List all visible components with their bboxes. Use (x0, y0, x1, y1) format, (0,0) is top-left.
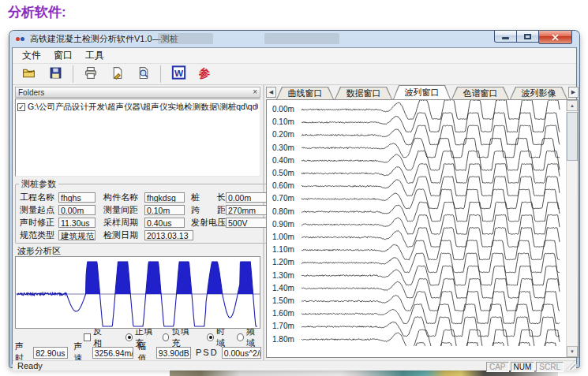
psd-label: PSD (196, 348, 219, 357)
scrollbar-thumb[interactable] (567, 112, 578, 161)
tab-item[interactable]: 波列窗口 (393, 85, 451, 99)
tab-item[interactable]: 色谱窗口 (451, 87, 509, 99)
freq-domain-radio[interactable] (237, 333, 244, 341)
time-domain-radio[interactable] (207, 333, 214, 341)
param-field[interactable]: 11.30us (58, 218, 96, 228)
psd-field[interactable]: 0.00us^2/m (222, 347, 261, 359)
wave-train-window: ▲ ▼ 0.00m0.10m0.20m0.30m0.40m0.50m0.60m0… (266, 99, 579, 358)
print-setup-icon (110, 66, 124, 83)
positive-fill-radio[interactable] (125, 333, 133, 341)
titlebar-reflection (264, 33, 339, 44)
export-word-button[interactable]: W (168, 64, 189, 84)
param-field[interactable]: 建筑规范 (58, 230, 96, 240)
tab-label: 色谱窗口 (452, 87, 508, 99)
param-label: 构件名称 (103, 192, 144, 203)
tab-label: 波列影像 (511, 87, 567, 99)
depth-label: 0.90m (272, 220, 294, 229)
print-preview-button[interactable] (133, 64, 153, 84)
scrollbar-up-icon[interactable]: ▲ (567, 100, 578, 111)
folder-checkbox[interactable]: ✓ (17, 103, 25, 111)
param-field[interactable]: 500V (226, 218, 269, 228)
open-file-icon (22, 66, 36, 83)
svg-text:参: 参 (198, 67, 211, 80)
negative-fill-radio[interactable] (163, 333, 170, 341)
tab-label: 曲线窗口 (277, 87, 333, 99)
parameters-icon: 参 (197, 65, 212, 83)
depth-label: 1.50m (272, 296, 294, 305)
tab-item[interactable]: 曲线窗口 (276, 87, 334, 99)
param-field[interactable]: fhghs (58, 192, 96, 203)
depth-label: 0.20m (272, 130, 294, 139)
invert-label: 反相 (93, 326, 108, 349)
menu-item[interactable]: 工具 (79, 47, 110, 64)
parameters-button[interactable]: 参 (194, 64, 215, 84)
amplitude-field[interactable]: 93.90dB (156, 347, 191, 359)
scrollbar-down-icon[interactable]: ▼ (567, 346, 578, 357)
depth-label: 1.40m (272, 284, 294, 292)
param-label: 工程名称 (17, 192, 58, 203)
toolbar-separator (73, 65, 73, 83)
status-key: NUM (511, 362, 535, 372)
depth-label: 1.10m (272, 245, 294, 254)
tab-item[interactable]: 波列影像 (510, 87, 567, 99)
screenshot-stage: 分析软件: 高铁建混凝土检测分析软件V1.0—测桩 文件窗口工具 W参 F (0, 0, 588, 376)
freq-domain-label: 频域 (246, 326, 261, 349)
param-label: 跨 距 (191, 204, 226, 216)
folders-panel-header: Folders × (15, 87, 260, 98)
param-field[interactable]: 0.00m (58, 205, 96, 215)
param-field[interactable]: 0.00m (226, 192, 269, 203)
time-domain-label: 时域 (216, 326, 231, 349)
param-field[interactable]: fhgkdsg (144, 192, 185, 203)
param-field[interactable]: 2013.03.13 (144, 230, 193, 240)
depth-label: 0.40m (272, 156, 294, 165)
resize-grip[interactable] (566, 360, 575, 370)
depth-label: 0.00m (272, 105, 294, 114)
minimize-button[interactable] (494, 31, 517, 43)
tab-label: 波列窗口 (394, 86, 450, 99)
maximize-button[interactable] (517, 31, 538, 43)
param-label: 规范类型 (17, 229, 58, 241)
left-panel: Folders × ✓ G:\公司产品设计开发\超声仪器\超声仪实地检测数据\测… (13, 85, 263, 360)
param-field[interactable]: 0.10m (144, 205, 185, 215)
menu-item[interactable]: 文件 (16, 47, 47, 64)
status-key: CAP (486, 362, 509, 372)
invert-checkbox[interactable] (84, 333, 91, 341)
tab-scroll-right-icon[interactable]: ▶ (568, 87, 579, 98)
waveform-plot (16, 257, 260, 328)
tab-item[interactable]: 数据窗口 (335, 87, 392, 99)
app-icon (16, 35, 26, 43)
param-label: 测量间距 (103, 204, 144, 216)
status-key: SCRL (536, 362, 564, 372)
menu-item[interactable]: 窗口 (47, 47, 79, 64)
save-icon (49, 66, 62, 83)
print-button[interactable] (81, 64, 101, 84)
param-label: 声时修正 (17, 217, 58, 229)
wave-train-plot (267, 100, 563, 346)
save-button[interactable] (45, 64, 66, 84)
toolbar: W参 (13, 64, 576, 85)
window-title: 高铁建混凝土检测分析软件V1.0—测桩 (30, 33, 178, 45)
param-label: 测量起点 (17, 204, 58, 216)
close-button[interactable] (538, 31, 572, 44)
folders-list: ✓ G:\公司产品设计开发\超声仪器\超声仪实地检测数据\测桩qd\qd03\q… (15, 99, 260, 177)
param-label: 桩 长 (191, 192, 226, 203)
export-word-icon: W (171, 65, 186, 83)
toolbar-separator (160, 65, 161, 83)
title-bar[interactable]: 高铁建混凝土检测分析软件V1.0—测桩 (12, 31, 577, 47)
open-file-button[interactable] (19, 64, 39, 84)
print-setup-button[interactable] (107, 64, 127, 84)
svg-text:W: W (174, 68, 183, 79)
status-bar: Ready CAPNUMSCRL (13, 360, 576, 370)
sound-speed-field[interactable]: 3256.94m/s (92, 347, 133, 359)
page-heading: 分析软件: (8, 3, 66, 21)
folders-close-icon[interactable]: × (253, 88, 257, 96)
param-label: 采样周期 (103, 217, 144, 229)
right-panel: ◀ ▶ 曲线窗口数据窗口波列窗口色谱窗口波列影像 ▲ ▼ 0.00m0.10m0… (264, 85, 580, 360)
tab-scroll-left-icon[interactable]: ◀ (266, 87, 276, 98)
folder-item[interactable]: ✓ G:\公司产品设计开发\超声仪器\超声仪实地检测数据\测桩qd\qd03\q… (17, 102, 258, 113)
depth-label: 0.50m (272, 169, 294, 177)
sound-time-field[interactable]: 82.90us (33, 347, 68, 359)
scrollbar-track[interactable]: ▲ ▼ (566, 100, 578, 357)
param-field[interactable]: 270mm (226, 205, 269, 215)
param-field[interactable]: 0.40us (144, 218, 185, 228)
